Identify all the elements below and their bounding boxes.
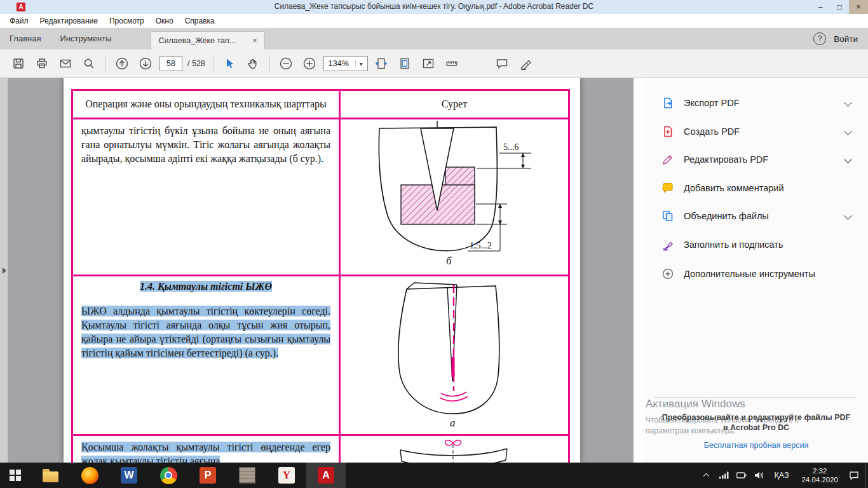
measure-tool-button[interactable] [442, 54, 461, 73]
sidebar-item-label: Добавить комментарий [684, 183, 784, 193]
sidebar-item-label: Дополнительные инструменты [684, 269, 815, 279]
figure-b-cell: 5...6 1,5...2 б [341, 119, 568, 276]
main-area: Операция және оны орындаудың техникалық … [0, 78, 868, 463]
zoom-out-button[interactable] [276, 54, 295, 73]
chevron-down-icon[interactable] [844, 127, 852, 135]
chevron-down-icon[interactable] [844, 155, 852, 163]
search-button[interactable] [79, 54, 98, 73]
acrobat-promo-text: Преобразовывайте и редактируйте файлы PD… [644, 413, 868, 422]
zoom-level-value: 134% [329, 59, 349, 68]
email-button[interactable] [56, 54, 75, 73]
dimension-label-top: 5...6 [503, 142, 519, 152]
tab-document[interactable]: Силаева_Жеке тап... × [151, 31, 265, 50]
page-number-input[interactable] [159, 56, 182, 71]
zoom-in-button[interactable] [300, 54, 319, 73]
windows-activation-watermark: Активация Windows [646, 398, 745, 410]
zoom-level-dropdown[interactable]: 134% ▾ [323, 56, 368, 71]
figure-c-diagram [341, 436, 568, 463]
network-status-icon[interactable] [717, 463, 731, 488]
word-icon: W [121, 467, 137, 484]
battery-status-icon[interactable] [735, 463, 749, 488]
nav-pane-toggle[interactable] [3, 268, 6, 274]
taskbar-file-explorer[interactable] [31, 463, 70, 488]
print-button[interactable] [32, 54, 51, 73]
taskbar-yandex[interactable]: Y [267, 463, 306, 488]
action-center-button[interactable] [847, 463, 861, 488]
sidebar-item-create-pdf[interactable]: Создать PDF [644, 118, 868, 146]
start-button[interactable] [0, 463, 31, 488]
more-tools-icon [661, 268, 674, 280]
sidebar-item-more-tools[interactable]: Дополнительные инструменты [644, 260, 868, 288]
system-tray: ҚАЗ 2:32 24.04.2020 [699, 463, 868, 488]
select-tool-button[interactable] [220, 54, 239, 73]
scrolling-mode-button[interactable] [372, 54, 391, 73]
menu-help[interactable]: Справка [179, 15, 220, 27]
language-indicator[interactable]: ҚАЗ [770, 471, 792, 480]
tab-tools[interactable]: Инструменты [50, 29, 121, 50]
taskbar-chrome[interactable] [149, 463, 188, 488]
menu-file[interactable]: Файл [4, 15, 34, 27]
minimize-button[interactable]: – [811, 0, 830, 14]
menu-edit[interactable]: Редактирование [34, 15, 104, 27]
show-desktop-button[interactable] [865, 463, 868, 488]
taskbar-word[interactable]: W [109, 463, 149, 488]
tray-time: 2:32 [801, 466, 838, 475]
chevron-down-icon[interactable] [844, 98, 852, 107]
windows-logo-icon [10, 470, 21, 481]
sidebar-item-combine-files[interactable]: Объединить файлы [644, 202, 868, 230]
fullscreen-button[interactable] [419, 54, 438, 73]
taskbar-minesweeper[interactable] [227, 463, 267, 488]
help-icon[interactable]: ? [813, 32, 826, 45]
highlighter-button[interactable] [516, 54, 535, 73]
tray-date: 24.04.2020 [801, 475, 838, 484]
tab-bar: Главная Инструменты Силаева_Жеке тап... … [0, 28, 868, 50]
acrobat-promo-text-line2: в Acrobat Pro DC [644, 423, 868, 432]
taskbar-clock[interactable]: 2:32 24.04.2020 [796, 466, 843, 484]
sidebar-item-add-comment[interactable]: Добавить комментарий [644, 174, 868, 202]
previous-page-button[interactable] [112, 54, 132, 73]
firefox-icon [81, 467, 98, 484]
tab-close-icon[interactable]: × [252, 36, 259, 45]
doc-paragraph-1: қымтаулы тігістің бүкіл ұзына бойына не … [73, 119, 341, 276]
sign-in-button[interactable]: Войти [834, 34, 858, 44]
hidden-icons-button[interactable] [699, 463, 713, 488]
title-bar: A Силаева_Жеке тапсырыс бойынша киім-кеш… [0, 0, 868, 14]
tab-home[interactable]: Главная [0, 29, 50, 50]
email-icon [59, 57, 72, 70]
print-icon [36, 57, 48, 70]
taskbar-acrobat-active[interactable]: A [306, 463, 346, 488]
figure-a-cell: а [341, 276, 568, 436]
acrobat-window: A Силаева_Жеке тапсырыс бойынша киім-кеш… [0, 0, 868, 488]
menu-view[interactable]: Просмотр [104, 15, 150, 27]
sidebar-item-label: Редактировать PDF [684, 154, 768, 165]
save-button[interactable] [9, 54, 28, 73]
chevron-down-icon[interactable] [844, 212, 852, 220]
menu-window[interactable]: Окно [150, 15, 179, 27]
taskbar-powerpoint[interactable]: P [188, 463, 227, 488]
document-table: Операция және оны орындаудың техникалық … [71, 89, 570, 463]
sidebar-item-export-pdf[interactable]: Экспорт PDF [644, 89, 868, 117]
hand-tool-button[interactable] [243, 54, 262, 73]
chrome-icon [160, 467, 177, 484]
volume-icon[interactable] [752, 463, 766, 488]
close-button[interactable]: × [849, 0, 868, 14]
taskbar-firefox[interactable] [70, 463, 109, 488]
sidebar-item-fill-sign[interactable]: Заполнить и подписать [644, 231, 868, 259]
save-icon [12, 57, 25, 70]
fit-page-button[interactable] [395, 54, 414, 73]
comment-button[interactable] [492, 54, 512, 73]
fit-page-icon [398, 57, 411, 70]
sidebar-item-label: Экспорт PDF [684, 98, 740, 108]
highlighter-icon [519, 57, 532, 70]
next-page-button[interactable] [136, 54, 155, 73]
window-title: Силаева_Жеке тапсырыс бойынша киім-кешек… [0, 2, 868, 11]
sidebar-item-label: Объединить файлы [684, 211, 769, 221]
file-explorer-icon [43, 471, 58, 482]
maximize-button[interactable]: □ [830, 0, 849, 14]
sidebar-item-edit-pdf[interactable]: Редактировать PDF [644, 146, 868, 173]
export-pdf-icon [661, 97, 674, 109]
free-trial-link[interactable]: Бесплатная пробная версия [644, 441, 868, 450]
windows-taskbar: W P Y A ҚАЗ 2:32 24.04.2020 [0, 463, 868, 488]
figure-a-diagram: а [341, 276, 568, 434]
figure-b-diagram: 5...6 1,5...2 б [341, 119, 568, 274]
